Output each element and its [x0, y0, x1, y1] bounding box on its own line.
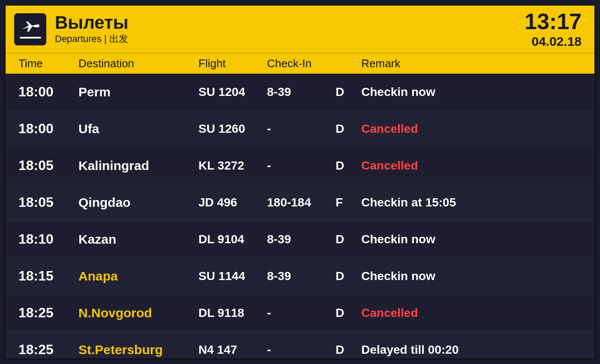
flight-number: SU 1204: [198, 85, 267, 99]
flight-destination: Ufa: [78, 122, 198, 136]
flight-destination: Anapa: [78, 269, 198, 283]
flight-time: 18:10: [18, 231, 78, 247]
flight-remark: Checkin now: [361, 269, 582, 283]
flight-time: 18:05: [18, 158, 78, 173]
flights-list: 18:00 Perm SU 1204 8-39 D Checkin now 18…: [6, 74, 594, 360]
flight-time: 18:00: [18, 84, 78, 100]
col-destination: Destination: [78, 57, 198, 70]
plane-lines: [20, 37, 41, 39]
flight-terminal: D: [336, 85, 361, 99]
col-terminal: [336, 57, 361, 70]
flight-terminal: D: [336, 306, 361, 320]
col-time: Time: [18, 57, 78, 70]
flight-destination: Kazan: [78, 232, 198, 247]
flight-destination: Kaliningrad: [78, 158, 198, 173]
flight-number: DL 9104: [198, 233, 267, 246]
flight-row: 18:05 Kaliningrad KL 3272 - D Cancelled: [6, 147, 594, 184]
flight-remark: Cancelled: [361, 159, 582, 173]
header-titles: Вылеты Departures | 出发: [55, 13, 129, 45]
board-subtitle: Departures | 出发: [55, 33, 129, 45]
flight-destination: St.Petersburg: [78, 343, 198, 357]
current-date: 04.02.18: [525, 34, 582, 49]
col-checkin: Check-In: [267, 57, 336, 70]
flight-row: 18:10 Kazan DL 9104 8-39 D Checkin now: [6, 221, 594, 258]
flight-time: 18:15: [18, 268, 78, 284]
flight-time: 18:00: [18, 121, 78, 137]
flight-checkin: 8-39: [267, 233, 336, 246]
flight-checkin: -: [267, 343, 336, 357]
flight-terminal: D: [336, 343, 361, 357]
column-headers: Time Destination Flight Check-In Remark: [6, 53, 594, 74]
flight-remark: Checkin at 15:05: [361, 196, 582, 209]
flight-row: 18:15 Anapa SU 1144 8-39 D Checkin now: [6, 258, 594, 295]
flight-terminal: D: [336, 159, 361, 173]
flight-checkin: -: [267, 122, 336, 136]
current-time: 13:17: [525, 9, 582, 34]
flight-terminal: D: [336, 233, 361, 246]
flight-number: DL 9118: [198, 306, 267, 320]
flight-number: JD 496: [198, 196, 267, 209]
flight-time: 18:25: [18, 342, 78, 358]
col-remark: Remark: [361, 57, 582, 70]
flight-row: 18:25 St.Petersburg N4 147 - D Delayed t…: [6, 331, 594, 360]
flight-row: 18:05 Qingdao JD 496 180-184 F Checkin a…: [6, 184, 594, 221]
flight-remark: Cancelled: [361, 122, 582, 136]
flight-checkin: 8-39: [267, 85, 336, 99]
plane-icon: [21, 20, 40, 34]
flight-number: SU 1144: [198, 269, 267, 283]
flight-time: 18:05: [18, 194, 78, 210]
board-header: Вылеты Departures | 出发 13:17 04.02.18: [6, 6, 594, 53]
flight-time: 18:25: [18, 305, 78, 321]
flight-terminal: D: [336, 269, 361, 283]
flight-destination: Qingdao: [78, 195, 198, 210]
departure-board: Вылеты Departures | 出发 13:17 04.02.18 Ti…: [4, 4, 596, 360]
flight-remark: Cancelled: [361, 306, 582, 320]
flight-remark: Checkin now: [361, 233, 582, 246]
flight-remark: Checkin now: [361, 85, 582, 99]
col-flight: Flight: [198, 57, 267, 70]
flight-row: 18:25 N.Novgorod DL 9118 - D Cancelled: [6, 295, 594, 331]
flight-checkin: 8-39: [267, 269, 336, 283]
flight-checkin: 180-184: [267, 196, 336, 209]
flight-number: SU 1260: [198, 122, 267, 136]
flight-row: 18:00 Ufa SU 1260 - D Cancelled: [6, 110, 594, 147]
plane-icon-box: [14, 13, 46, 45]
flight-destination: Perm: [78, 85, 198, 99]
flight-destination: N.Novgorod: [78, 306, 198, 320]
flight-number: KL 3272: [198, 159, 267, 173]
flight-row: 18:00 Perm SU 1204 8-39 D Checkin now: [6, 74, 594, 110]
flight-remark: Delayed till 00:20: [361, 343, 582, 357]
header-datetime: 13:17 04.02.18: [525, 9, 582, 48]
flight-terminal: D: [336, 122, 361, 136]
flight-checkin: -: [267, 159, 336, 173]
header-left: Вылеты Departures | 出发: [14, 13, 129, 45]
flight-terminal: F: [336, 196, 361, 209]
flight-checkin: -: [267, 306, 336, 320]
board-title-russian: Вылеты: [55, 13, 129, 33]
flight-number: N4 147: [198, 343, 267, 357]
